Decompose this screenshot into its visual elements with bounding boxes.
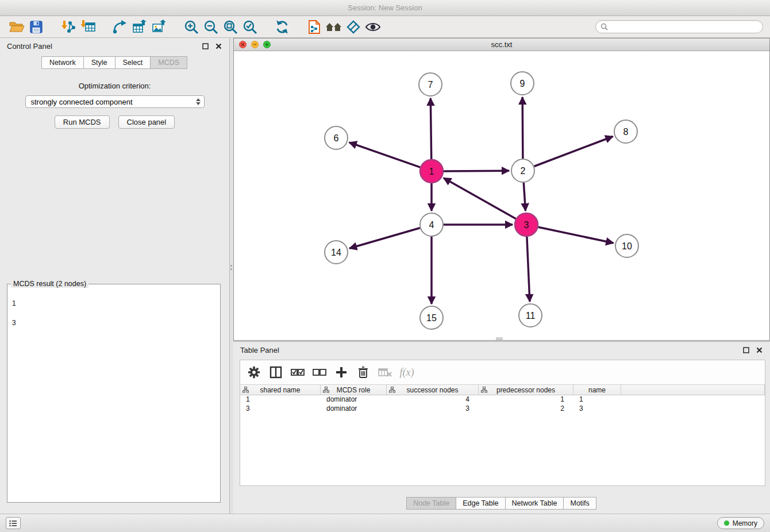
window-close-icon[interactable] — [239, 41, 247, 48]
zoom-out-button[interactable] — [201, 18, 221, 36]
cell-name[interactable]: 1 — [573, 395, 621, 404]
memory-status-icon — [724, 521, 729, 526]
network-share-button[interactable] — [110, 18, 130, 36]
cell-shared-name[interactable]: 3 — [240, 404, 321, 414]
graph-edge-4-14[interactable] — [349, 228, 420, 249]
column-header-mcds-role[interactable]: MCDS role — [321, 385, 387, 395]
add-column-button[interactable] — [332, 363, 351, 381]
tab-select[interactable]: Select — [115, 56, 151, 69]
graph-node-15[interactable]: 15 — [420, 306, 443, 329]
delete-column-button[interactable] — [354, 363, 372, 381]
network-canvas[interactable]: 1234678910111415 — [234, 51, 769, 340]
mcds-result-content[interactable]: 1 3 — [7, 284, 220, 342]
tab-motifs[interactable]: Motifs — [563, 497, 596, 510]
graph-edge-1-6[interactable] — [349, 142, 421, 167]
cell-successor-nodes[interactable]: 3 — [387, 404, 479, 414]
tab-network-table[interactable]: Network Table — [505, 497, 564, 510]
refresh-icon — [275, 20, 290, 34]
open-session-button[interactable] — [7, 18, 26, 36]
resize-grip[interactable] — [496, 337, 503, 340]
column-header-shared-name[interactable]: shared name — [240, 385, 321, 395]
graph-node-6[interactable]: 6 — [325, 126, 348, 149]
task-history-button[interactable] — [6, 517, 21, 529]
close-panel-icon[interactable] — [214, 42, 222, 50]
home-pair-button[interactable] — [324, 18, 344, 36]
graph-edge-2-9[interactable] — [522, 97, 523, 159]
tab-style[interactable]: Style — [83, 56, 116, 69]
tab-mcds[interactable]: MCDS — [150, 56, 187, 69]
criterion-dropdown-value: strongly connected component — [31, 98, 133, 106]
zoom-selected-button[interactable] — [240, 18, 260, 36]
search-input[interactable] — [608, 23, 758, 31]
float-panel-icon[interactable] — [201, 42, 209, 50]
clipboard-network-button[interactable] — [305, 18, 324, 36]
close-table-panel-icon[interactable] — [755, 346, 763, 354]
graph-node-10[interactable]: 10 — [615, 234, 638, 257]
cell-shared-name[interactable]: 1 — [240, 395, 321, 404]
delete-table-button[interactable] — [376, 363, 394, 381]
graph-node-7[interactable]: 7 — [419, 73, 442, 96]
run-mcds-button[interactable]: Run MCDS — [55, 115, 110, 129]
table-settings-button[interactable] — [245, 363, 263, 381]
graph-edge-1-2[interactable] — [444, 171, 509, 171]
tab-edge-table[interactable]: Edge Table — [456, 497, 505, 510]
select-all-icon — [290, 367, 305, 378]
graph-node-label: 3 — [524, 220, 529, 230]
import-network-button[interactable] — [59, 18, 78, 36]
graph-node-8[interactable]: 8 — [614, 120, 637, 143]
graph-node-9[interactable]: 9 — [511, 72, 534, 95]
float-table-panel-icon[interactable] — [742, 346, 750, 354]
graph-edge-3-11[interactable] — [527, 237, 530, 302]
split-panel-button[interactable] — [267, 363, 285, 381]
graph-node-2[interactable]: 2 — [511, 159, 534, 182]
close-panel-button[interactable]: Close panel — [118, 115, 175, 129]
column-label: MCDS role — [337, 386, 371, 394]
column-header-name[interactable]: name — [573, 385, 621, 395]
export-image-button[interactable] — [149, 18, 169, 36]
graph-node-14[interactable]: 14 — [325, 241, 348, 264]
tab-node-table[interactable]: Node Table — [406, 497, 456, 510]
search-icon — [600, 23, 608, 30]
zoom-fit-button[interactable] — [221, 18, 240, 36]
function-builder-button[interactable]: f(x) — [398, 363, 416, 381]
graph-node-3[interactable]: 3 — [515, 213, 538, 236]
eye-button[interactable] — [363, 18, 383, 36]
cell-name[interactable]: 3 — [573, 404, 621, 414]
graph-node-label: 14 — [331, 248, 341, 257]
window-minimize-icon[interactable] — [251, 41, 259, 48]
graph-node-4[interactable]: 4 — [420, 213, 443, 236]
tab-network[interactable]: Network — [41, 56, 84, 69]
network-view-window: scc.txt 1234678910111415 — [233, 38, 770, 341]
window-zoom-icon[interactable] — [263, 41, 271, 48]
cell-predecessor-nodes[interactable]: 2 — [479, 404, 573, 414]
table-row[interactable]: 1 dominator 4 1 1 — [240, 395, 765, 404]
criterion-dropdown[interactable]: strongly connected component — [25, 95, 205, 108]
deselect-all-columns-button[interactable] — [310, 363, 329, 381]
memory-button[interactable]: Memory — [717, 517, 764, 529]
graph-node-11[interactable]: 11 — [519, 304, 542, 327]
home-pair-icon — [325, 20, 342, 34]
cell-successor-nodes[interactable]: 4 — [387, 395, 479, 404]
export-table-button[interactable] — [130, 18, 149, 36]
column-header-predecessor-nodes[interactable]: predecessor nodes — [479, 385, 573, 395]
graph-node-1[interactable]: 1 — [420, 160, 443, 183]
select-all-columns-button[interactable] — [288, 363, 307, 381]
cell-predecessor-nodes[interactable]: 1 — [479, 395, 573, 404]
graph-edge-3-10[interactable] — [538, 227, 614, 243]
graph-edge-2-8[interactable] — [534, 137, 613, 167]
import-table-button[interactable] — [78, 18, 98, 36]
column-header-successor-nodes[interactable]: successor nodes — [387, 385, 479, 395]
refresh-button[interactable] — [272, 18, 292, 36]
zoom-in-button[interactable] — [182, 18, 201, 36]
network-graph: 1234678910111415 — [234, 51, 769, 340]
table-row[interactable]: 3 dominator 3 2 3 — [240, 404, 765, 414]
network-window-titlebar[interactable]: scc.txt — [234, 38, 769, 51]
cell-mcds-role[interactable]: dominator — [321, 395, 387, 404]
annotation-button[interactable] — [344, 18, 363, 36]
graph-edge-2-3[interactable] — [523, 183, 525, 211]
graph-edge-1-7[interactable] — [430, 98, 431, 159]
graph-edge-3-1[interactable] — [444, 178, 516, 219]
cell-mcds-role[interactable]: dominator — [321, 404, 387, 414]
save-session-button[interactable] — [26, 18, 46, 36]
zoom-fit-icon — [223, 20, 238, 34]
